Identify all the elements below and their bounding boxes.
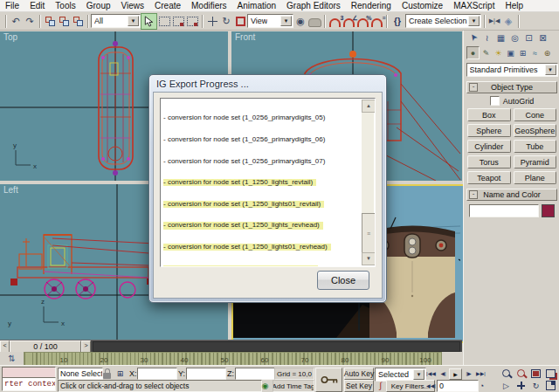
set-key-mode-button[interactable] <box>315 368 342 392</box>
mini-curve-editor-icon[interactable]: ⇅ <box>0 352 24 365</box>
angle-snap-icon[interactable]: ∠ <box>342 14 355 28</box>
menu-item-edit[interactable]: Edit <box>24 0 50 11</box>
next-frame-icon[interactable]: |▶ <box>462 368 475 379</box>
geosphere-button[interactable]: GeoSphere <box>514 124 557 137</box>
tab-hierarchy-icon[interactable]: ▦ <box>494 31 507 44</box>
category-cameras-icon[interactable]: ▣ <box>505 47 516 58</box>
dropdown-arrow-icon[interactable]: ▼ <box>280 16 292 26</box>
primitives-dropdown[interactable]: Standard Primitives ▼ <box>466 63 558 77</box>
zoom-all-icon[interactable] <box>514 368 528 379</box>
absolute-offset-toggle-icon[interactable]: ⊞ <box>114 368 127 379</box>
scroll-thumb[interactable]: ≡ <box>362 213 376 255</box>
menu-item-views[interactable]: Views <box>116 0 150 11</box>
arc-rotate-icon[interactable]: ↻ <box>529 380 542 391</box>
menu-item-tools[interactable]: Tools <box>50 0 80 11</box>
time-slider-handle[interactable]: 0 / 100 <box>10 340 81 353</box>
zoom-extents-all-icon[interactable] <box>544 368 557 379</box>
menu-item-file[interactable]: File <box>0 0 24 11</box>
dialog-title-bar[interactable]: IG Export Progress ... <box>149 75 386 92</box>
box-button[interactable]: Box <box>467 108 511 121</box>
menu-item-animation[interactable]: Animation <box>232 0 281 11</box>
spinner-snap-icon[interactable]: ≡ <box>369 14 383 28</box>
menu-item-create[interactable]: Create <box>149 0 186 11</box>
torus-button[interactable]: Torus <box>467 155 511 168</box>
category-helpers-icon[interactable]: ⊞ <box>517 47 528 58</box>
frame-forward-button[interactable]: > <box>81 340 91 353</box>
x-coordinate-field[interactable] <box>137 368 177 380</box>
tab-modify-icon[interactable]: ≀ <box>480 31 493 44</box>
menu-item-graph-editors[interactable]: Graph Editors <box>281 0 346 11</box>
select-link-icon[interactable] <box>43 14 57 28</box>
mirror-icon[interactable]: ▶|◀ <box>487 14 501 28</box>
play-button[interactable]: ▶ <box>449 368 462 380</box>
selection-region-icon[interactable] <box>171 14 185 28</box>
pyramid-button[interactable]: Pyramid <box>514 155 557 168</box>
time-slider-track[interactable] <box>93 341 460 352</box>
cone-button[interactable]: Cone <box>514 108 557 121</box>
select-move-icon[interactable] <box>205 14 219 28</box>
reference-coordinate-dropdown[interactable]: View ▼ <box>247 14 293 28</box>
category-spacewarps-icon[interactable]: ≈ <box>529 47 541 58</box>
cylinder-button[interactable]: Cylinder <box>467 140 511 153</box>
percent-snap-icon[interactable]: % <box>355 14 369 28</box>
viewport-top-label[interactable]: Top <box>3 32 17 42</box>
dropdown-arrow-icon[interactable]: ▼ <box>413 369 424 380</box>
named-selection-sets-icon[interactable]: {} <box>390 14 405 28</box>
category-systems-icon[interactable]: ⊛ <box>542 47 553 58</box>
object-color-swatch[interactable] <box>542 204 555 217</box>
object-type-rollout[interactable]: - Object Type <box>466 81 557 93</box>
named-selection-set-dropdown[interactable]: Create Selection Set ▼ <box>405 14 481 28</box>
dropdown-arrow-icon[interactable]: ▼ <box>545 65 556 75</box>
tube-button[interactable]: Tube <box>514 140 557 153</box>
redo-icon[interactable]: ↷ <box>23 14 37 28</box>
plane-button[interactable]: Plane <box>514 171 557 184</box>
go-to-end-icon[interactable]: ▶▶| <box>474 368 487 379</box>
unlink-icon[interactable] <box>57 14 71 28</box>
tab-motion-icon[interactable]: ◎ <box>508 31 521 44</box>
rollout-collapse-icon[interactable]: - <box>469 190 478 199</box>
undo-icon[interactable]: ↶ <box>9 14 23 28</box>
select-object-button[interactable] <box>141 13 157 30</box>
previous-frame-icon[interactable]: ◀| <box>437 368 450 379</box>
log-scrollbar[interactable]: ▲ ≡ ▼ <box>362 100 374 265</box>
menu-item-rendering[interactable]: Rendering <box>346 0 397 11</box>
maxscript-mini-listener[interactable]: rter contex <box>2 377 56 391</box>
menu-item-group[interactable]: Group <box>81 0 116 11</box>
autogrid-checkbox[interactable] <box>490 96 500 106</box>
current-frame-field[interactable]: 0 <box>437 380 479 392</box>
tab-display-icon[interactable]: ⊡ <box>522 31 535 44</box>
dropdown-arrow-icon[interactable]: ▼ <box>128 16 139 26</box>
viewport-front-label[interactable]: Front <box>235 32 255 42</box>
select-scale-icon[interactable] <box>233 14 247 28</box>
min-max-toggle-icon[interactable] <box>544 380 557 391</box>
window-crossing-icon[interactable] <box>185 14 199 28</box>
close-button[interactable]: Close <box>317 271 369 290</box>
snap-toggle-3d-icon[interactable]: 3 <box>328 14 342 28</box>
zoom-icon[interactable] <box>500 368 513 379</box>
align-icon[interactable]: ◈ <box>501 14 515 28</box>
key-step-icon[interactable]: ◀◀| <box>424 380 438 391</box>
go-to-start-icon[interactable]: |◀◀ <box>424 368 438 379</box>
teapot-button[interactable]: Teapot <box>467 171 511 184</box>
zoom-extents-icon[interactable] <box>529 368 542 379</box>
tab-utilities-icon[interactable]: ⊠ <box>536 31 549 44</box>
rollout-collapse-icon[interactable]: - <box>469 83 478 92</box>
category-lights-icon[interactable]: ☀ <box>493 47 504 58</box>
viewport-left-label[interactable]: Left <box>3 185 18 195</box>
select-rotate-icon[interactable]: ↻ <box>219 14 233 28</box>
communicate-icon[interactable]: ◉ <box>259 380 272 391</box>
selection-filter-dropdown[interactable]: All ▼ <box>91 14 141 28</box>
category-shapes-icon[interactable]: ✎ <box>480 47 492 58</box>
set-key-button[interactable]: Set Key <box>344 380 374 392</box>
select-by-name-icon[interactable] <box>157 14 171 28</box>
time-configuration-icon[interactable]: ◔ <box>475 380 488 391</box>
menu-item-help[interactable]: Help <box>500 0 528 11</box>
z-coordinate-field[interactable] <box>235 368 275 380</box>
field-of-view-icon[interactable]: ▷ <box>500 380 513 391</box>
add-time-tag[interactable]: Add Time Tag <box>273 380 314 392</box>
pan-icon[interactable] <box>514 380 528 391</box>
menu-item-maxscript[interactable]: MAXScript <box>448 0 500 11</box>
object-name-input[interactable] <box>469 204 539 217</box>
select-manipulate-icon[interactable] <box>307 14 321 28</box>
dropdown-arrow-icon[interactable]: ▼ <box>468 16 480 26</box>
